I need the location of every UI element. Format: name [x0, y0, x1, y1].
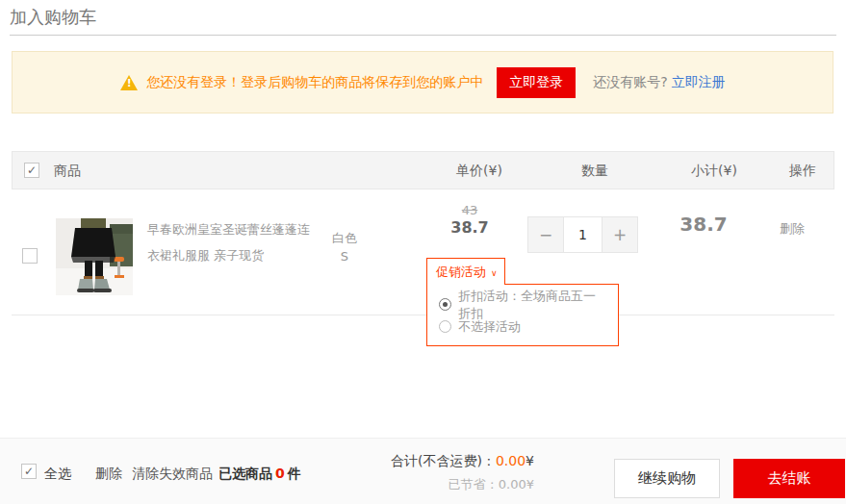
- page-title: 加入购物车: [10, 6, 96, 29]
- selected-suffix: 件: [288, 466, 301, 481]
- chevron-down-icon: ∨: [491, 268, 498, 278]
- saved-currency: ¥: [526, 477, 534, 491]
- saved-line: 已节省：0.00¥: [342, 476, 534, 493]
- promotion-dropdown-panel: 折扣活动：全场商品五一折扣 不选择活动: [426, 284, 619, 346]
- promotion-option-label: 折扣活动：全场商品五一折扣: [458, 288, 606, 322]
- total-line: 合计(不含运费)：0.00¥: [342, 453, 534, 470]
- banner-message: 您还没有登录！登录后购物车的商品将保存到您的账户中: [146, 74, 483, 91]
- current-price: 38.7: [412, 218, 527, 237]
- radio-unselected-icon[interactable]: [439, 320, 451, 333]
- cart-table-header: ✓ 商品 单价(¥) 数量 小计(¥) 操作: [12, 151, 834, 189]
- warning-icon: !: [119, 74, 139, 91]
- quantity-input[interactable]: [563, 216, 602, 253]
- column-header-unit-price: 单价(¥): [431, 163, 527, 180]
- product-size: S: [306, 247, 383, 265]
- item-checkbox[interactable]: [22, 248, 38, 264]
- quantity-stepper: − +: [527, 216, 638, 253]
- footer-clear-invalid-link[interactable]: 清除失效商品: [132, 466, 213, 483]
- product-image[interactable]: [56, 218, 133, 295]
- product-title[interactable]: 早春欧洲皇室圣诞蕾丝蓬蓬连 衣裙礼服服 亲子现货: [147, 216, 319, 268]
- login-banner: ! 您还没有登录！登录后购物车的商品将保存到您的账户中 立即登录 还没有账号? …: [12, 51, 833, 113]
- selected-count: 0: [272, 466, 288, 481]
- total-label: 合计(不含运费)：: [391, 453, 496, 468]
- select-all-label[interactable]: 全选: [44, 466, 71, 483]
- radio-selected-icon[interactable]: [439, 298, 451, 311]
- saved-label: 已节省：: [449, 477, 499, 491]
- promotion-label: 促销活动: [436, 264, 486, 281]
- saved-value: 0.00: [499, 477, 526, 491]
- selected-prefix: 已选商品: [218, 466, 272, 481]
- promotion-option-discount[interactable]: 折扣活动：全场商品五一折扣: [439, 293, 606, 315]
- totals-block: 合计(不含运费)：0.00¥ 已节省：0.00¥: [342, 453, 534, 493]
- column-header-subtotal: 小计(¥): [666, 163, 762, 180]
- column-header-product: 商品: [54, 163, 81, 180]
- select-all-header-checkbox[interactable]: ✓: [24, 163, 39, 178]
- column-header-quantity: 数量: [547, 163, 643, 180]
- cart-footer-bar: ✓ 全选 删除 清除失效商品 已选商品0件 合计(不含运费)：0.00¥ 已节省…: [0, 438, 846, 504]
- total-value: 0.00: [496, 453, 526, 468]
- product-color: 白色: [306, 229, 383, 247]
- cart-item-row: 早春欧洲皇室圣诞蕾丝蓬蓬连 衣裙礼服服 亲子现货 白色 S 43 38.7 − …: [12, 189, 834, 315]
- selected-count-text: 已选商品0件: [218, 466, 301, 483]
- product-title-line2: 衣裙礼服服 亲子现货: [147, 242, 319, 268]
- footer-delete-link[interactable]: 删除: [95, 466, 122, 483]
- quantity-minus-button[interactable]: −: [527, 216, 563, 253]
- select-all-footer-checkbox[interactable]: ✓: [21, 464, 37, 479]
- product-title-line1: 早春欧洲皇室圣诞蕾丝蓬蓬连: [147, 216, 319, 242]
- continue-shopping-button[interactable]: 继续购物: [614, 459, 720, 498]
- divider: [10, 35, 836, 36]
- original-price: 43: [412, 203, 527, 217]
- login-button[interactable]: 立即登录: [497, 67, 576, 98]
- warning-exclaim: !: [119, 77, 139, 89]
- no-account-text: 还没有账号?: [593, 74, 667, 91]
- register-link[interactable]: 立即注册: [672, 74, 726, 91]
- column-header-action: 操作: [755, 163, 846, 180]
- checkout-button[interactable]: 去结账: [733, 459, 845, 498]
- quantity-plus-button[interactable]: +: [602, 216, 638, 253]
- total-currency: ¥: [526, 453, 534, 468]
- promotion-option-label: 不选择活动: [458, 318, 521, 336]
- item-delete-link[interactable]: 删除: [744, 220, 840, 238]
- product-variant: 白色 S: [306, 229, 383, 265]
- promotion-dropdown-toggle[interactable]: 促销活动 ∨: [426, 258, 505, 285]
- unit-price-block: 43 38.7: [412, 203, 527, 237]
